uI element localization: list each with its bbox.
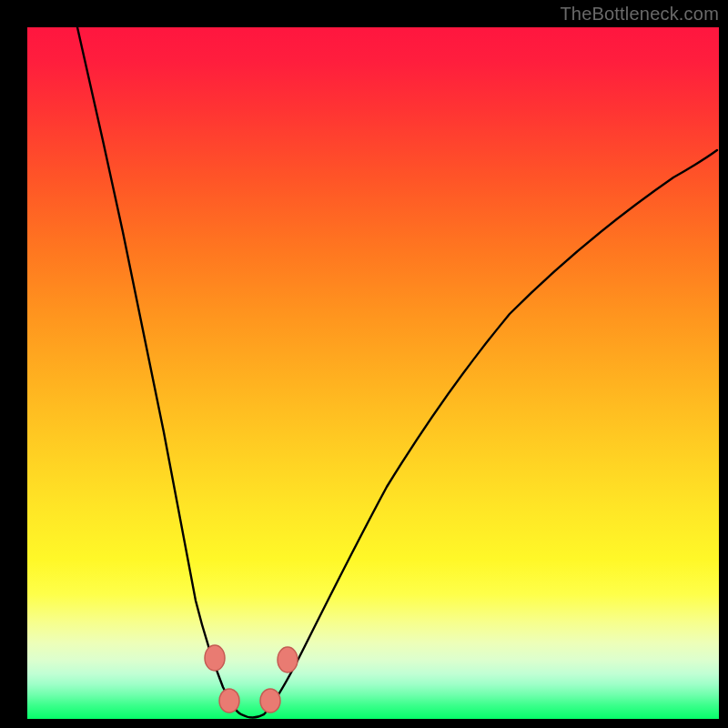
curve-valley-floor	[241, 714, 264, 718]
marker-right-upper	[278, 647, 298, 672]
curve-right-branch	[264, 150, 717, 714]
curve-left-branch	[77, 27, 241, 714]
marker-left-lower	[219, 689, 239, 713]
watermark-text: TheBottleneck.com	[560, 4, 719, 25]
chart-svg	[27, 27, 719, 719]
marker-right-lower	[260, 689, 280, 713]
chart-frame	[27, 27, 719, 719]
marker-left-upper	[205, 645, 225, 671]
